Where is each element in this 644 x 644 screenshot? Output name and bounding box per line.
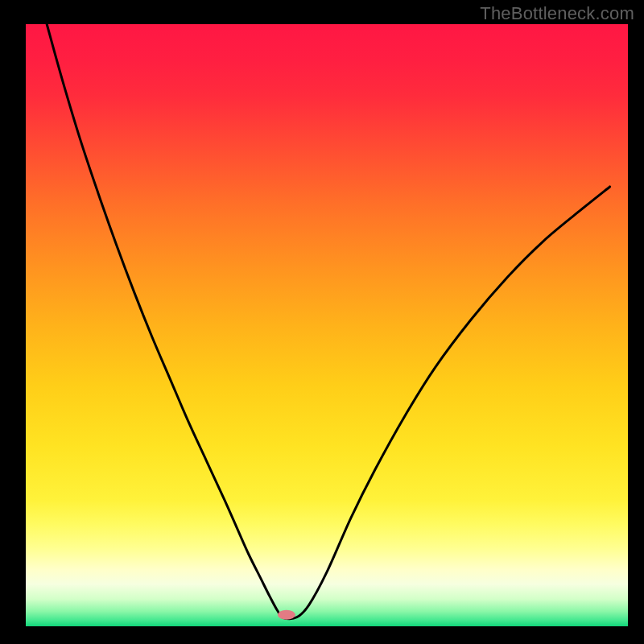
gradient-background xyxy=(26,24,628,626)
chart-outer-frame: TheBottleneck.com xyxy=(0,0,644,644)
minimum-marker xyxy=(278,610,295,620)
watermark-label: TheBottleneck.com xyxy=(480,3,634,24)
bottleneck-chart xyxy=(0,0,644,644)
